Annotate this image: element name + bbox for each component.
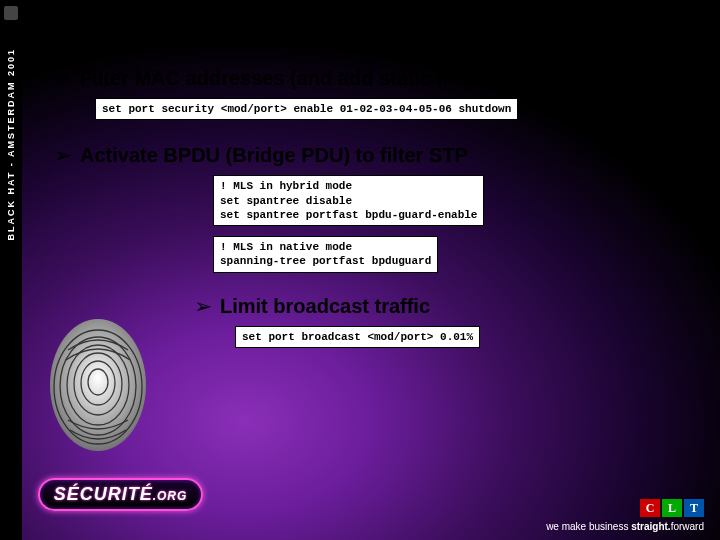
chevron-right-icon: ➢	[54, 68, 73, 88]
footer-right: C L T we make business straight.forward	[546, 499, 704, 532]
tagline-suffix: forward	[671, 521, 704, 532]
bullet-3: ➢ Limit broadcast traffic	[195, 295, 695, 318]
code-block-2: ! MLS in hybrid mode set spantree disabl…	[213, 175, 484, 226]
sidebar-logo-icon	[4, 6, 18, 20]
clt-t-icon: T	[684, 499, 704, 517]
slide-content: MAC address and STP filtering ➢ Filter M…	[55, 10, 695, 348]
left-sidebar: BLACK HAT - AMSTERDAM 2001	[0, 0, 22, 540]
bullet-1-text: Filter MAC addresses (and add static IP-…	[80, 67, 540, 90]
chevron-right-icon: ➢	[54, 145, 73, 165]
tagline: we make business straight.forward	[546, 521, 704, 532]
chevron-right-icon: ➢	[194, 296, 213, 316]
bullet-2-text: Activate BPDU (Bridge PDU) to filter STP	[80, 144, 468, 167]
code-block-4: set port broadcast <mod/port> 0.01%	[235, 326, 480, 348]
logo-main: SÉCURITÉ	[54, 484, 153, 504]
bullet-1: ➢ Filter MAC addresses (and add static I…	[55, 67, 695, 90]
code-block-3: ! MLS in native mode spanning-tree portf…	[213, 236, 438, 273]
logo-suffix: .ORG	[153, 489, 188, 503]
code-block-1: set port security <mod/port> enable 01-0…	[95, 98, 518, 120]
bullet-2: ➢ Activate BPDU (Bridge PDU) to filter S…	[55, 144, 695, 167]
fingerprint-icon	[38, 310, 158, 460]
bullet-3-text: Limit broadcast traffic	[220, 295, 430, 318]
slide-title: MAC address and STP filtering	[55, 10, 695, 47]
tagline-bold: straight.	[631, 521, 670, 532]
svg-point-0	[50, 319, 146, 451]
clt-l-icon: L	[662, 499, 682, 517]
sidebar-label: BLACK HAT - AMSTERDAM 2001	[6, 48, 16, 241]
securite-logo: SÉCURITÉ.ORG	[8, 470, 233, 518]
clt-logo: C L T	[546, 499, 704, 517]
clt-c-icon: C	[640, 499, 660, 517]
tagline-prefix: we make business	[546, 521, 631, 532]
